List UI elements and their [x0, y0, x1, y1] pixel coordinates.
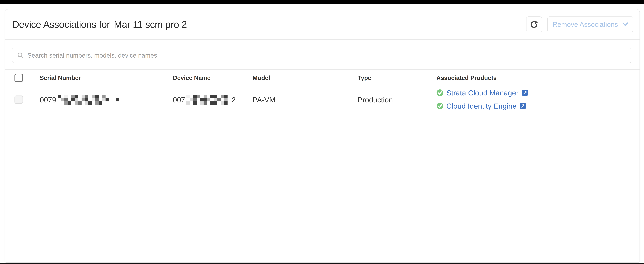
associated-product: Cloud Identity Engine: [436, 100, 528, 112]
select-all-checkbox[interactable]: [14, 74, 23, 82]
title-row: Device Associations for Mar 11 scm pro 2…: [5, 9, 640, 40]
remove-associations-button[interactable]: Remove Associations: [548, 16, 633, 32]
device-name-visible-prefix: 007: [173, 96, 185, 104]
window-chrome-top: [0, 0, 644, 4]
device-name-truncation: 2...: [232, 96, 242, 104]
table-row[interactable]: 0079 007 2... PA-VM Production Strata Cl…: [5, 86, 640, 116]
page-title: Device Associations for Mar 11 scm pro 2: [12, 9, 187, 40]
associated-product: Strata Cloud Manager: [436, 87, 528, 99]
screen: Device Associations for Mar 11 scm pro 2…: [0, 0, 644, 264]
associated-check-icon: [436, 102, 444, 110]
row-checkbox[interactable]: [14, 96, 23, 104]
column-header-serial-number[interactable]: Serial Number: [40, 70, 81, 86]
window-chrome-bottom: [0, 263, 644, 264]
associated-check-icon: [436, 89, 444, 96]
column-header-device-name[interactable]: Device Name: [173, 70, 210, 86]
serial-number-visible: 0079: [40, 96, 56, 104]
table-header-row: Serial Number Device Name Model Type Ass…: [5, 70, 640, 86]
model-cell: PA-VM: [252, 86, 275, 113]
page-title-prefix: Device Associations for: [12, 19, 110, 30]
search-icon: [17, 52, 24, 59]
column-header-associated-products[interactable]: Associated Products: [436, 70, 497, 86]
refresh-button[interactable]: [526, 16, 542, 32]
search-input[interactable]: [28, 50, 627, 61]
serial-number-cell: 0079: [40, 86, 119, 113]
search-box: [12, 48, 631, 63]
page-title-device-name: Mar 11 scm pro 2: [114, 19, 187, 30]
external-link-icon[interactable]: [520, 103, 526, 109]
column-header-model[interactable]: Model: [252, 70, 270, 86]
product-link-strata-cloud-manager[interactable]: Strata Cloud Manager: [446, 88, 518, 97]
refresh-icon: [530, 20, 538, 29]
type-cell: Production: [358, 86, 393, 113]
column-header-type[interactable]: Type: [358, 70, 371, 86]
device-associations-panel: Device Associations for Mar 11 scm pro 2…: [5, 9, 640, 263]
device-name-cell: 007 2...: [173, 86, 242, 113]
associated-products-cell: Strata Cloud Manager Cloud Identity Engi…: [436, 87, 528, 112]
device-name-redacted-pixels: [186, 94, 231, 105]
remove-associations-label: Remove Associations: [552, 20, 618, 28]
chevron-down-icon: [622, 22, 628, 26]
product-link-cloud-identity-engine[interactable]: Cloud Identity Engine: [446, 102, 516, 110]
external-link-icon[interactable]: [522, 90, 528, 96]
serial-number-redacted-pixels: [58, 94, 119, 105]
divider-under-title: [5, 40, 640, 40]
